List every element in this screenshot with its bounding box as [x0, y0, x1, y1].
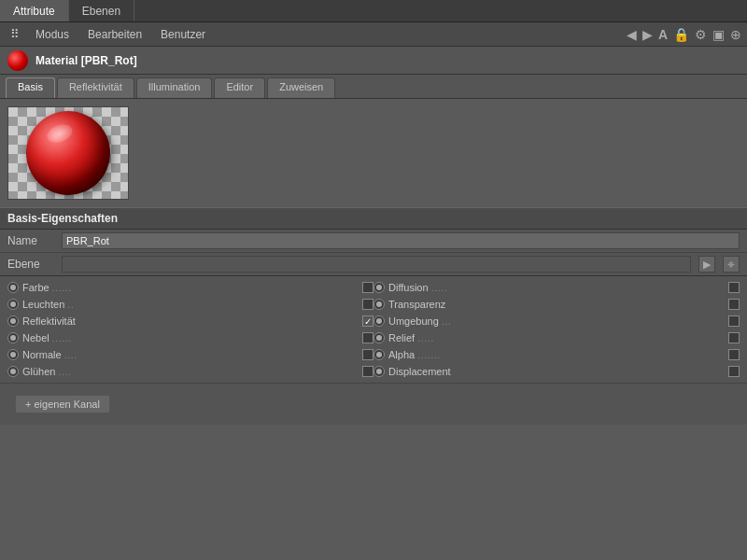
radio-normale[interactable]	[7, 349, 19, 360]
radio-displacement[interactable]	[374, 366, 385, 377]
radio-gluhen[interactable]	[7, 366, 19, 377]
tab-basis[interactable]: Basis	[6, 77, 55, 98]
check-reflektivitat[interactable]: ✓	[362, 315, 374, 327]
channel-relief: Relief . . . . .	[374, 330, 740, 345]
radio-alpha[interactable]	[374, 349, 385, 360]
check-transparenz[interactable]	[728, 299, 740, 310]
label-reflektivitat: Reflektivität	[22, 315, 359, 327]
check-leuchten[interactable]	[362, 299, 374, 310]
material-header: Material [PBR_Rot]	[0, 47, 747, 75]
tab-ebenen[interactable]: Ebenen	[69, 0, 134, 21]
preview-area	[0, 99, 747, 207]
check-gluhen[interactable]	[362, 366, 374, 377]
add-icon[interactable]: ⊕	[730, 27, 741, 42]
radio-farbe[interactable]	[7, 282, 19, 293]
channel-umgebung: Umgebung . . .	[374, 314, 740, 329]
label-nebel: Nebel . . . . . .	[22, 332, 359, 343]
properties-header: Basis-Eigenschaften	[0, 207, 747, 230]
label-leuchten: Leuchten . .	[22, 299, 359, 310]
label-displacement: Displacement	[388, 366, 725, 377]
material-title: Material [PBR_Rot]	[35, 54, 137, 67]
name-input[interactable]	[62, 232, 740, 249]
channel-leuchten: Leuchten . .	[7, 297, 374, 312]
tab-reflektivitat[interactable]: Reflektivität	[57, 77, 134, 98]
radio-reflektivitat[interactable]	[7, 315, 19, 327]
radio-umgebung[interactable]	[374, 315, 385, 327]
channel-gluhen: Glühen . . . .	[7, 364, 374, 379]
label-umgebung: Umgebung . . .	[388, 315, 725, 327]
add-channel-button[interactable]: + eigenen Kanal	[15, 395, 110, 413]
channel-normale: Normale . . . .	[7, 347, 374, 362]
menu-benutzer[interactable]: Benutzer	[153, 26, 213, 43]
name-field-row: Name	[0, 230, 747, 253]
label-alpha: Alpha . . . . . . .	[388, 349, 725, 360]
anchor-icon[interactable]: A	[658, 27, 668, 42]
check-nebel[interactable]	[362, 332, 374, 343]
check-alpha[interactable]	[728, 349, 740, 360]
sub-tab-bar: Basis Reflektivität Illumination Editor …	[0, 75, 747, 99]
check-diffusion[interactable]	[728, 282, 740, 293]
lock-icon[interactable]: 🔒	[673, 27, 689, 42]
ebene-arrow-btn[interactable]: ▶	[698, 256, 715, 273]
material-preview[interactable]	[7, 106, 129, 200]
menu-bar: ⠿ Modus Bearbeiten Benutzer ◀ ▶ A 🔒 ⚙ ▣ …	[0, 22, 747, 47]
menu-right-icons: ◀ ▶ A 🔒 ⚙ ▣ ⊕	[627, 27, 741, 42]
ebene-cursor-btn[interactable]: ⌖	[723, 256, 740, 273]
radio-leuchten[interactable]	[7, 299, 19, 310]
name-label: Name	[7, 234, 54, 247]
channel-diffusion: Diffusion . . . . .	[374, 280, 740, 295]
ebene-label: Ebene	[7, 258, 54, 271]
radio-transparenz[interactable]	[374, 299, 385, 310]
check-farbe[interactable]	[362, 282, 374, 293]
radio-relief[interactable]	[374, 332, 385, 343]
tab-illumination[interactable]: Illumination	[136, 77, 213, 98]
tab-attribute[interactable]: Attribute	[0, 0, 69, 21]
material-preview-icon	[7, 50, 28, 71]
channel-farbe: Farbe . . . . . .	[7, 280, 374, 295]
label-gluhen: Glühen . . . .	[22, 366, 359, 377]
channel-nebel: Nebel . . . . . .	[7, 330, 374, 345]
label-relief: Relief . . . . .	[388, 332, 725, 343]
nav-forward-icon[interactable]: ▶	[642, 27, 653, 42]
nav-back-icon[interactable]: ◀	[627, 27, 637, 42]
channels-grid: Farbe . . . . . . Diffusion . . . . . Le…	[0, 276, 747, 383]
top-tab-bar: Attribute Ebenen	[0, 0, 747, 22]
channel-reflektivitat: Reflektivität ✓	[7, 314, 374, 329]
menu-bearbeiten[interactable]: Bearbeiten	[80, 26, 149, 43]
sphere-highlight	[45, 121, 75, 146]
check-displacement[interactable]	[728, 366, 740, 377]
layout-icon[interactable]: ▣	[712, 27, 725, 42]
tab-zuweisen[interactable]: Zuweisen	[267, 77, 335, 98]
check-relief[interactable]	[728, 332, 740, 343]
tab-editor[interactable]: Editor	[214, 77, 265, 98]
grid-menu-icon[interactable]: ⠿	[6, 26, 24, 43]
check-normale[interactable]	[362, 349, 374, 360]
ebene-field-row: Ebene ▶ ⌖	[0, 253, 747, 276]
channel-displacement: Displacement	[374, 364, 740, 379]
label-normale: Normale . . . .	[22, 349, 359, 360]
channel-alpha: Alpha . . . . . . .	[374, 347, 740, 362]
label-transparenz: Transparenz	[388, 299, 725, 310]
ebene-input[interactable]	[62, 256, 691, 273]
channel-transparenz: Transparenz	[374, 297, 740, 312]
label-farbe: Farbe . . . . . .	[22, 282, 359, 293]
radio-diffusion[interactable]	[374, 282, 385, 293]
sphere-preview	[26, 111, 110, 195]
label-diffusion: Diffusion . . . . .	[388, 282, 725, 293]
settings-icon[interactable]: ⚙	[695, 27, 707, 42]
menu-modus[interactable]: Modus	[28, 26, 77, 43]
check-umgebung[interactable]	[728, 315, 740, 327]
radio-nebel[interactable]	[7, 332, 19, 343]
